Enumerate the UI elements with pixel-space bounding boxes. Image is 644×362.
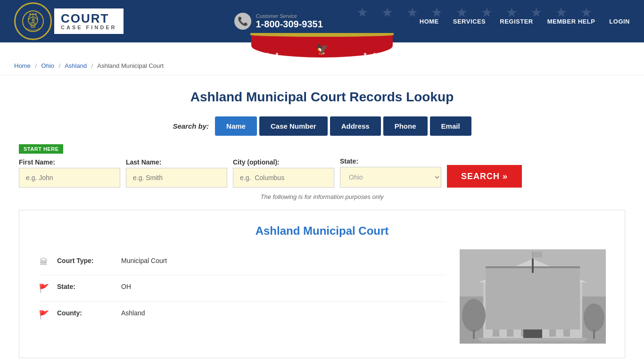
city-label: City (optional): [233,158,334,166]
tab-address[interactable]: Address [330,116,381,136]
city-input[interactable] [233,168,334,188]
city-group: City (optional): [233,158,334,188]
tab-email[interactable]: Email [430,116,471,136]
tab-name[interactable]: Name [215,116,257,136]
svg-rect-16 [497,296,509,313]
phone-text: Customer Service 1-800-309-9351 [256,13,323,30]
logo-shield-icon: ⚖ ★★★ [14,2,52,40]
svg-point-25 [462,299,486,332]
breadcrumb-sep-2: / [59,62,61,69]
svg-rect-20 [523,320,542,339]
nav-services[interactable]: SERVICES [453,18,486,25]
svg-rect-11 [507,285,513,337]
svg-rect-26 [473,329,475,339]
last-name-label: Last Name: [126,158,227,166]
last-name-group: Last Name: [126,158,227,188]
breadcrumb-sep-1: / [35,62,37,69]
svg-text:⚖: ⚖ [32,18,35,22]
state-value: OH [121,283,131,290]
logo-case-finder-label: CASE FINDER [61,25,117,30]
breadcrumb-sep-3: / [91,62,93,69]
court-image-placeholder [460,249,606,344]
court-card-title: Ashland Municipal Court [38,224,606,238]
county-key: County: [57,309,114,317]
phone-icon: 📞 [234,13,251,30]
nav-login[interactable]: LOGIN [609,18,630,25]
phone-area: 📞 Customer Service 1-800-309-9351 [234,13,323,30]
banner-ribbon: 🦅 ★ ★ ★ ★ ★ ★ [0,42,644,57]
svg-rect-28 [593,329,595,339]
county-row: 🚩 County: Ashland [38,302,446,328]
info-note: The following is for information purpose… [19,193,625,200]
court-image [460,249,606,344]
court-type-value: Municipal Court [121,257,167,264]
svg-rect-24 [481,340,585,343]
court-card: Ashland Municipal Court 🏛 Court Type: Mu… [19,210,625,358]
breadcrumb-home[interactable]: Home [14,62,31,69]
logo-area: ⚖ ★★★ COURT CASE FINDER [14,2,124,40]
svg-rect-14 [549,285,556,337]
search-by-label: Search by: [173,122,209,130]
court-info-layout: 🏛 Court Type: Municipal Court 🚩 State: O… [38,249,606,344]
nav-register[interactable]: REGISTER [500,18,533,25]
svg-rect-15 [563,285,570,337]
first-name-group: First Name: [19,158,120,188]
breadcrumb-current: Ashland Municipal Court [97,62,164,69]
breadcrumb: Home / Ohio / Ashland / Ashland Municipa… [0,57,644,75]
main-nav: HOME SERVICES REGISTER MEMBER HELP LOGIN [420,18,630,25]
court-type-row: 🏛 Court Type: Municipal Court [38,249,446,275]
state-label: State: [340,157,441,165]
svg-rect-10 [493,285,499,337]
county-icon: 🚩 [38,310,50,320]
tab-phone[interactable]: Phone [383,116,428,136]
state-select[interactable]: Ohio Alabama Alaska Arizona California C… [340,167,441,188]
svg-rect-19 [554,296,566,313]
court-type-key: Court Type: [57,257,114,264]
svg-point-27 [584,304,604,332]
state-row: 🚩 State: OH [38,275,446,302]
first-name-input[interactable] [19,168,120,188]
eagle-icon: 🦅 [316,43,329,56]
logo-text: COURT CASE FINDER [54,8,124,34]
svg-rect-12 [521,285,528,337]
phone-label: Customer Service [256,13,323,19]
last-name-input[interactable] [126,168,227,188]
state-group: State: Ohio Alabama Alaska Arizona Calif… [340,157,441,188]
svg-text:★★★: ★★★ [29,12,37,16]
nav-home[interactable]: HOME [420,18,439,25]
search-form-area: START HERE First Name: Last Name: City (… [19,144,625,188]
svg-rect-23 [479,338,587,340]
first-name-label: First Name: [19,158,120,166]
logo-court-label: COURT [61,12,109,25]
svg-rect-18 [535,296,547,313]
search-button[interactable]: SEARCH » [447,165,522,188]
breadcrumb-ohio[interactable]: Ohio [41,62,54,69]
svg-rect-22 [533,252,542,257]
svg-rect-13 [535,285,542,337]
state-icon: 🚩 [38,283,50,294]
phone-number: 1-800-309-9351 [256,19,323,30]
tab-case-number[interactable]: Case Number [259,116,328,136]
court-type-icon: 🏛 [38,257,50,267]
search-by-row: Search by: Name Case Number Address Phon… [19,116,625,136]
state-key: State: [57,283,114,290]
ribbon-arc: 🦅 ★ ★ ★ ★ ★ ★ [251,34,393,58]
county-value: Ashland [121,309,145,317]
svg-rect-17 [516,296,528,313]
search-form-row: First Name: Last Name: City (optional): … [19,157,625,188]
start-here-badge: START HERE [19,144,63,154]
court-info-details: 🏛 Court Type: Municipal Court 🚩 State: O… [38,249,446,344]
main-content: Ashland Municipal Court Records Lookup S… [0,75,644,362]
nav-member-help[interactable]: MEMBER HELP [547,18,595,25]
breadcrumb-ashland[interactable]: Ashland [65,62,87,69]
page-title: Ashland Municipal Court Records Lookup [19,90,625,105]
